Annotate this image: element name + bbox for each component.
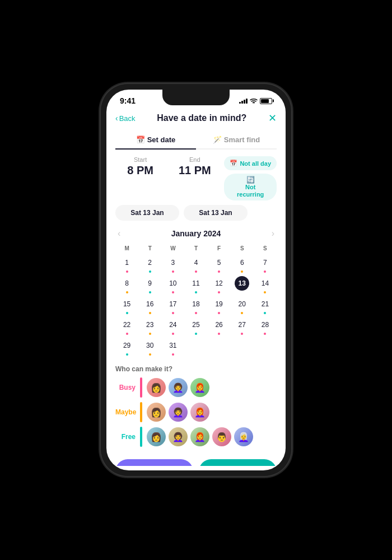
calendar-day[interactable]: 16 [138,295,161,316]
avatar-image: 👩 [147,378,166,397]
calendar-dot [126,333,128,335]
availability-label: Maybe [115,408,136,416]
calendar-dot [149,291,151,293]
calendar-grid: MTWTFSS [115,243,277,254]
avatar[interactable]: 👩 [147,403,166,422]
calendar-day[interactable]: 26 [208,316,231,337]
calendar-day[interactable]: 3 [161,254,184,274]
battery-fill [261,99,269,103]
calendar-day[interactable]: 8 [115,274,138,295]
avatar[interactable]: 👩‍🦰 [190,378,209,397]
avatar[interactable]: 👩‍🦳 [234,427,253,446]
calendar-dot [172,333,174,335]
avatar[interactable]: 👩‍🦱 [169,427,188,446]
not-all-day-button[interactable]: 📅 Not all day [224,156,277,170]
avatar[interactable]: 👨 [212,427,231,446]
avatar[interactable]: 👩 [147,427,166,446]
tab-set-date-label: Set date [147,136,176,144]
calendar-day[interactable]: 4 [184,254,207,274]
calendar-day [208,337,231,357]
calendar-day[interactable]: 20 [231,295,254,316]
availability-row: Free👩👩‍🦱👩‍🦰👨👩‍🦳 [115,427,277,447]
calendar-day[interactable]: 18 [184,295,207,316]
calendar-dot [126,312,128,314]
back-button[interactable]: ‹ Back [115,114,136,123]
calendar-day[interactable]: 11 [184,274,207,295]
avatar-image: 👩‍🦰 [190,378,209,397]
calendar-day[interactable]: 25 [184,316,207,337]
calendar-day[interactable]: 6 [231,254,254,274]
prev-month-button[interactable]: ‹ [115,228,123,239]
tab-set-date[interactable]: 📅 Set date [115,131,196,148]
avatar[interactable]: 👩‍🦰 [190,427,209,446]
calendar-dot [195,270,197,273]
avatar-image: 👩‍🦱 [169,427,188,446]
avatar-image: 👩‍🦰 [190,427,209,446]
availability-label: Busy [115,384,136,391]
calendar-day[interactable]: 24 [161,316,184,337]
calendar-day[interactable]: 31 [161,337,184,357]
avatar[interactable]: 👩‍🦱 [169,378,188,397]
calendar-day[interactable]: 1 [115,254,138,274]
calendar-day[interactable]: 10 [161,274,184,295]
calendar-day[interactable]: 27 [231,316,254,337]
wifi-icon [250,98,258,104]
calendar-dot [195,291,197,293]
calendar-day[interactable]: 23 [138,316,161,337]
calendar-day[interactable]: 7 [254,254,277,274]
calendar-day[interactable]: 15 [115,295,138,316]
availability-bar [140,427,142,447]
calendar-day[interactable]: 17 [161,295,184,316]
calendar-day[interactable]: 5 [208,254,231,274]
not-recurring-label: Notrecurring [237,184,264,198]
next-month-button[interactable]: › [269,228,277,239]
avatar[interactable]: 👩‍🦰 [190,403,209,422]
calendar-days: 1234567891011121314151617181920212223242… [115,254,277,357]
calendar-day[interactable]: 12 [208,274,231,295]
close-button[interactable]: ✕ [268,112,277,124]
calendar-day[interactable]: 19 [208,295,231,316]
start-time-value[interactable]: 8 PM [115,164,165,177]
calendar-day[interactable]: 13 [231,274,254,295]
avatar[interactable]: 👩‍🦱 [169,403,188,422]
toggle-buttons: 📅 Not all day 🔄 Notrecurring [224,156,277,200]
calendar-day[interactable]: 2 [138,254,161,274]
calendar-day[interactable]: 21 [254,295,277,316]
calendar-dot [172,353,174,356]
avatar-image: 👩‍🦳 [234,427,253,446]
calendar-dot [126,270,128,273]
availability-row: Busy👩👩‍🦱👩‍🦰 [115,377,277,398]
calendar-dot [264,291,266,293]
calendar-day [231,337,254,357]
calendar-dot [149,353,151,356]
header: ‹ Back Have a date in mind? ✕ [115,108,277,131]
calendar-dot [172,270,174,273]
calendar-day[interactable]: 22 [115,316,138,337]
end-time-block: End 11 PM [170,156,220,177]
not-recurring-button[interactable]: 🔄 Notrecurring [224,174,277,200]
decide-later-button[interactable]: Decide later [115,459,193,466]
calendar-day[interactable]: 14 [254,274,277,295]
end-time-value[interactable]: 11 PM [170,164,220,177]
signal-bar-1 [239,102,241,104]
calendar-day[interactable]: 28 [254,316,277,337]
calendar-day[interactable]: 29 [115,337,138,357]
notch [162,90,230,105]
bottom-actions: Decide later Select [115,454,277,466]
end-date-pill[interactable]: Sat 13 Jan [184,205,248,221]
calendar-dot [264,333,266,335]
calendar-day[interactable]: 9 [138,274,161,295]
availability-rows: Busy👩👩‍🦱👩‍🦰Maybe👩👩‍🦱👩‍🦰Free👩👩‍🦱👩‍🦰👨👩‍🦳 [115,377,277,447]
avatar-image: 👨 [212,427,231,446]
wand-icon: 🪄 [213,136,222,144]
avatar[interactable]: 👩 [147,378,166,397]
calendar-dot [195,333,197,335]
start-date-pill[interactable]: Sat 13 Jan [115,205,179,221]
phone-screen: 9:41 [106,90,286,470]
time-section: Start 8 PM End 11 PM 📅 Not all day 🔄 Not… [115,156,277,200]
calendar-day[interactable]: 30 [138,337,161,357]
tab-smart-find[interactable]: 🪄 Smart find [196,131,277,148]
end-label: End [170,156,220,163]
avatar-group: 👩👩‍🦱👩‍🦰 [147,403,209,422]
select-button[interactable]: Select [199,459,277,466]
